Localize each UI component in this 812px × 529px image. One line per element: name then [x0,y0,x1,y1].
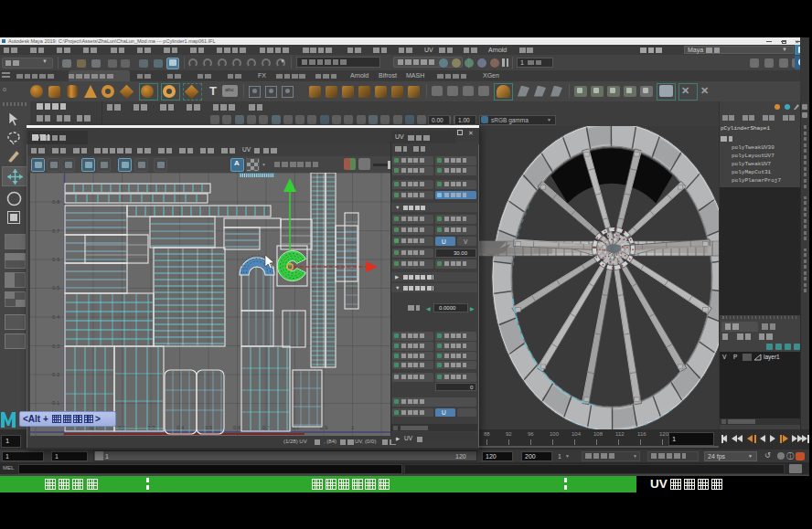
svg-text:1: 1 [351,425,355,430]
svg-text:0.8: 0.8 [52,199,60,205]
svg-text:0.2: 0.2 [52,372,60,377]
svg-text:0.3: 0.3 [52,344,60,349]
svg-text:0.7: 0.7 [52,228,60,234]
svg-text:0.3: 0.3 [147,425,155,430]
svg-text:0.7: 0.7 [262,425,271,430]
svg-text:0.9: 0.9 [320,425,328,430]
svg-text:0.4: 0.4 [52,314,60,320]
svg-text:0.6: 0.6 [52,257,60,262]
svg-text:0.5: 0.5 [52,285,60,291]
svg-text:0.5: 0.5 [205,425,213,430]
svg-text:0.1: 0.1 [52,400,60,406]
svg-text:0.6: 0.6 [233,425,241,430]
